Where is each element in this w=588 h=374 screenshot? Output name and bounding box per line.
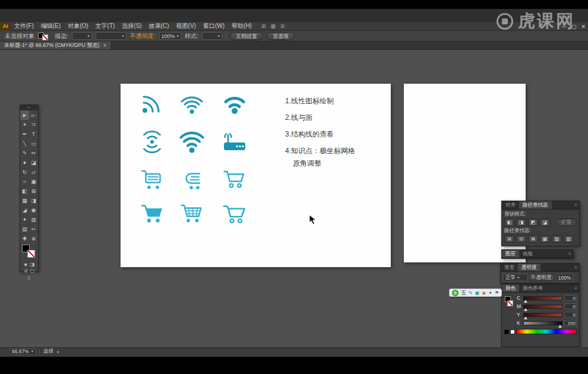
pathfinder-button[interactable]: ⊟ bbox=[516, 235, 526, 243]
tool-icon[interactable]: ✒ bbox=[20, 129, 29, 139]
panel-menu-icon[interactable]: ≡ bbox=[574, 265, 577, 270]
cart-solid-icon[interactable] bbox=[138, 200, 166, 229]
annotation-tool-icon[interactable]: ⚑ bbox=[495, 290, 499, 296]
cart-round-icon[interactable] bbox=[178, 166, 206, 194]
panel-tab[interactable]: 渐变 bbox=[501, 264, 518, 271]
spectrum-bar[interactable] bbox=[516, 329, 577, 334]
channel-slider[interactable] bbox=[523, 305, 562, 309]
blend-mode-dropdown[interactable]: 正常 ▾ bbox=[503, 274, 528, 281]
fill-stroke-indicator[interactable] bbox=[20, 243, 38, 261]
tool-icon[interactable]: ⊕ bbox=[29, 234, 38, 243]
style-dropdown[interactable]: ▾ bbox=[202, 32, 222, 40]
opacity-dropdown[interactable]: 100% ▾ bbox=[159, 32, 182, 40]
tool-icon[interactable]: ╲ bbox=[20, 139, 29, 148]
cart-outline-icon[interactable] bbox=[220, 200, 249, 229]
shape-mode-button[interactable]: ◧ bbox=[504, 218, 514, 226]
stroke-swatch-icon[interactable] bbox=[507, 300, 513, 306]
tool-icon[interactable]: ◪ bbox=[29, 158, 38, 167]
shape-mode-button[interactable]: ◩ bbox=[528, 218, 538, 226]
stroke-label[interactable]: 描边: bbox=[55, 32, 68, 40]
tool-icon[interactable]: ● bbox=[20, 158, 29, 167]
tool-icon[interactable]: ▭ bbox=[29, 139, 38, 148]
router-icon[interactable] bbox=[220, 127, 249, 156]
channel-value[interactable]: 0 bbox=[564, 303, 577, 309]
pathfinder-button[interactable]: ▧ bbox=[564, 235, 574, 243]
transparency-opacity-value[interactable]: 100% bbox=[556, 274, 574, 281]
tool-icon[interactable]: ✚ bbox=[20, 234, 29, 243]
document-setup-button[interactable]: 文档设置 bbox=[230, 32, 263, 40]
close-document-icon[interactable]: ✕ bbox=[103, 43, 107, 48]
menu-item[interactable]: 选择(S) bbox=[118, 22, 145, 30]
slider-knob-icon[interactable] bbox=[558, 325, 562, 328]
toolbar-mode-icon[interactable]: ▯ bbox=[27, 275, 32, 280]
preferences-button[interactable]: 首选项 bbox=[267, 32, 295, 40]
wifi-line-icon[interactable] bbox=[178, 89, 206, 118]
panel-tab[interactable]: 路径查找器 bbox=[519, 201, 552, 209]
panel-tab[interactable]: 图层 bbox=[502, 250, 519, 258]
opacity-label[interactable]: 不透明度: bbox=[130, 32, 156, 40]
brush-definition-dropdown[interactable]: ▾ bbox=[96, 32, 127, 40]
white-swatch-icon[interactable] bbox=[510, 329, 515, 334]
fill-stroke-swatches[interactable] bbox=[38, 32, 51, 40]
menu-item[interactable]: 编辑(E) bbox=[37, 22, 64, 30]
menu-item[interactable]: 视图(V) bbox=[173, 22, 200, 30]
menu-item[interactable]: 帮助(H) bbox=[228, 22, 255, 30]
tool-icon[interactable]: ✦ bbox=[20, 215, 29, 224]
channel-slider[interactable] bbox=[523, 321, 562, 325]
tool-icon[interactable]: ✎ bbox=[20, 148, 29, 158]
cart-panel-icon[interactable] bbox=[138, 166, 166, 194]
annotation-tool-icon[interactable]: ✎ bbox=[469, 290, 473, 296]
annotation-tool-icon[interactable]: ✦ bbox=[488, 290, 492, 296]
menu-extra-icon[interactable]: ⊞ bbox=[261, 23, 266, 29]
wifi-bold-icon[interactable] bbox=[220, 89, 249, 118]
wifi-wave-icon[interactable] bbox=[138, 127, 166, 156]
tool-icon[interactable]: ≈ bbox=[20, 177, 29, 186]
tool-icon[interactable]: ⊃ bbox=[29, 120, 38, 129]
panel-menu-icon[interactable]: ≡ bbox=[574, 202, 577, 208]
stroke-color-swatch[interactable] bbox=[27, 250, 35, 258]
menu-extra-icon[interactable]: ▦ bbox=[270, 23, 276, 29]
menu-item[interactable]: 窗口(W) bbox=[200, 22, 228, 30]
wifi-rss-icon[interactable] bbox=[138, 89, 166, 118]
tool-icon[interactable]: ✏ bbox=[29, 148, 38, 158]
expand-button[interactable]: 扩展 bbox=[556, 218, 577, 226]
cart-line-icon[interactable] bbox=[220, 166, 249, 194]
shape-mode-button[interactable]: ◪ bbox=[540, 218, 550, 226]
zoom-level-dropdown[interactable]: 66.67% ▾ bbox=[10, 348, 36, 355]
channel-value[interactable]: 0 bbox=[564, 295, 577, 301]
menu-extra-icon[interactable]: ≣ bbox=[280, 23, 285, 29]
tool-icon[interactable]: ► bbox=[20, 110, 29, 120]
toolbar-mode-icon[interactable]: ▢ bbox=[30, 268, 35, 274]
status-nav-icon[interactable]: ▸ bbox=[57, 349, 59, 354]
menu-item[interactable]: 文字(T) bbox=[92, 22, 119, 30]
window-control-icon[interactable]: ▢ bbox=[571, 24, 577, 30]
tool-icon[interactable]: T bbox=[29, 129, 38, 139]
window-control-icon[interactable]: ✕ bbox=[581, 24, 586, 30]
color-spectrum[interactable] bbox=[504, 329, 577, 334]
color-fill-stroke[interactable] bbox=[504, 295, 514, 319]
annotation-toolbar[interactable]: S 五 ✎▣◉✦⚑ bbox=[449, 289, 502, 297]
stroke-swatch-icon[interactable] bbox=[42, 34, 48, 40]
panel-tab[interactable]: 颜色 bbox=[502, 284, 519, 292]
panel-tab[interactable]: 颜色参考 bbox=[519, 284, 546, 292]
tool-icon[interactable]: ▥ bbox=[29, 215, 38, 224]
window-control-icon[interactable]: — bbox=[561, 24, 567, 30]
channel-value[interactable]: 100 bbox=[564, 320, 577, 326]
tool-icon[interactable]: ⊞ bbox=[29, 186, 38, 196]
panel-tab[interactable]: 透明度 bbox=[518, 264, 540, 271]
tool-icon[interactable]: ◢ bbox=[20, 205, 29, 215]
panel-tab[interactable]: 对齐 bbox=[502, 201, 519, 209]
annotation-tool-icon[interactable]: ▣ bbox=[475, 290, 480, 296]
tool-icon[interactable]: ✶ bbox=[20, 120, 29, 129]
tool-icon[interactable]: ✂ bbox=[29, 224, 38, 234]
pathfinder-button[interactable]: ▦ bbox=[540, 235, 550, 243]
artboard-1[interactable]: 1.线性图标绘制2.线与面3.结构线的查看4.知识点：极坐标网格原角调整 bbox=[121, 84, 391, 267]
slider-knob-icon[interactable] bbox=[524, 308, 527, 311]
shape-mode-button[interactable]: ◨ bbox=[516, 218, 526, 226]
wifi-solid-icon[interactable] bbox=[178, 127, 206, 156]
toolbar-mode-icon[interactable]: ◨ bbox=[30, 262, 35, 267]
tool-icon[interactable]: ◧ bbox=[20, 186, 29, 196]
menu-item[interactable]: 对象(O) bbox=[64, 22, 91, 30]
toolbar-mode-icon[interactable]: ■ bbox=[23, 262, 29, 267]
tool-icon[interactable]: ◨ bbox=[29, 196, 38, 205]
